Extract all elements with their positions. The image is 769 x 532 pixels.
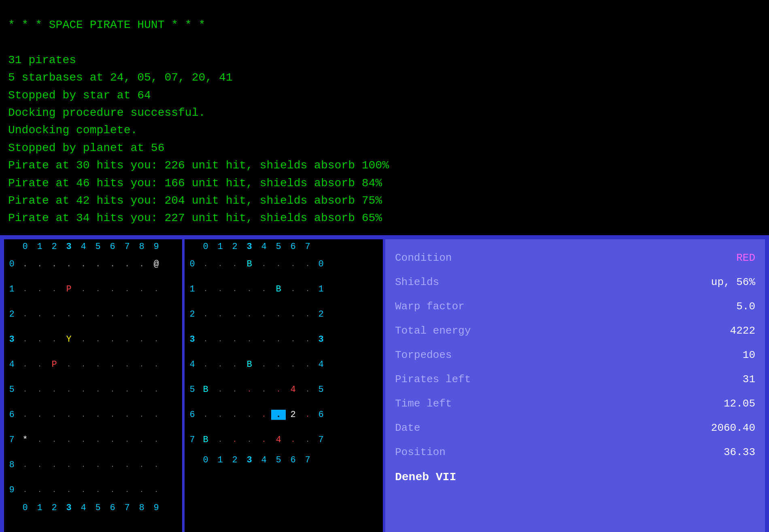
lg-r5c1: .	[32, 386, 47, 394]
lg-r0c3: .	[62, 258, 76, 270]
lg-r0c6: .	[105, 258, 120, 270]
rg-r6c3: .	[242, 411, 257, 419]
lgbc3: 3	[62, 503, 76, 513]
lg-r8c2: .	[47, 462, 62, 469]
lg-row8-label: 8	[6, 460, 18, 470]
rgbc7: 7	[300, 455, 315, 465]
rg-row3-label: 3	[186, 334, 198, 345]
lg-r9c3: .	[62, 487, 76, 494]
lg-r6c8: .	[134, 411, 149, 419]
lg-r5c0: .	[18, 386, 32, 394]
rg-r4c6: .	[286, 361, 300, 368]
lgc0: 0	[18, 242, 32, 252]
lg-r2c5: .	[91, 311, 105, 318]
rgbc3: 3	[242, 455, 257, 465]
rg-r3c7: .	[300, 336, 315, 343]
lg-row2-label: 2	[6, 309, 18, 319]
rg-r5c5-dot: .	[271, 386, 286, 394]
lgc4: 4	[76, 242, 91, 252]
rg-row4-rlabel: 4	[315, 360, 327, 370]
lg-r4c6: .	[105, 361, 120, 368]
lg-r7c4: .	[76, 436, 91, 444]
lg-r3c4: .	[76, 336, 91, 343]
lg-r3c5: .	[91, 336, 105, 343]
pirates-value: 31	[743, 369, 755, 390]
rg-r1c3: .	[242, 286, 257, 293]
lg-r4c9: .	[149, 361, 164, 368]
lg-r1c8: .	[134, 286, 149, 293]
rg-r7c5-4: 4	[271, 435, 286, 445]
rg-r1c6: .	[286, 286, 300, 293]
log-line-8: Pirate at 42 hits you: 204 unit hit, shi…	[8, 192, 761, 209]
rg-r0c7: .	[300, 261, 315, 268]
rg-row5-label: 5	[186, 385, 198, 395]
rg-row1-label: 1	[186, 284, 198, 294]
lgbc1: 1	[32, 503, 47, 513]
rg-r2c7: .	[300, 311, 315, 318]
log-line-2: Stopped by star at 64	[8, 87, 761, 104]
lg-r7c3: .	[62, 436, 76, 444]
rg-r1c0: .	[198, 286, 213, 293]
rgc3: 3	[242, 242, 257, 252]
rg-row3-rlabel: 3	[315, 334, 327, 345]
lg-r0c0: .	[18, 258, 32, 270]
rg-r2c3: .	[242, 311, 257, 318]
lg-r1c1: .	[32, 286, 47, 293]
rgc1: 1	[213, 242, 227, 252]
lg-r5c8: .	[134, 386, 149, 394]
lgbc5: 5	[91, 503, 105, 513]
lgbc4: 4	[76, 503, 91, 513]
lg-r6c1: .	[32, 411, 47, 419]
lg-r3c8: .	[134, 336, 149, 343]
lg-r1c2: .	[47, 286, 62, 293]
bottom-section: 0 1 2 3 4 5 6 7 8 9 0 . . . . . . . . . …	[0, 235, 769, 532]
game-log: * * * SPACE PIRATE HUNT * * * 31 pirates…	[0, 0, 769, 235]
rg-r6c1: .	[213, 411, 227, 419]
lg-r9c7: .	[120, 487, 134, 494]
rg-r7c4-dot: .	[257, 436, 271, 444]
rg-r2c2: .	[227, 311, 242, 318]
lg-r8c0: .	[18, 462, 32, 469]
rg-r6c5-player: .	[271, 410, 286, 420]
lgbc9: 9	[149, 503, 164, 513]
rg-r0c5: .	[271, 261, 286, 268]
rg-row0-label: 0	[186, 259, 198, 269]
log-line-6: Pirate at 30 hits you: 226 unit hit, shi…	[8, 157, 761, 174]
lgc2: 2	[47, 242, 62, 252]
rg-r0c1: .	[213, 261, 227, 268]
lg-r2c8: .	[134, 311, 149, 318]
rg-r0c6: .	[286, 261, 300, 268]
rg-r3c0: .	[198, 336, 213, 343]
rg-r4c4: .	[257, 361, 271, 368]
lg-r4c0: .	[18, 361, 32, 368]
lg-r0c1: .	[32, 258, 47, 270]
rg-row4-label: 4	[186, 360, 198, 370]
lgbc7: 7	[120, 503, 134, 513]
log-line-1: 5 starbases at 24, 05, 07, 20, 41	[8, 69, 761, 86]
lg-r3c2: .	[47, 336, 62, 343]
rg-r2c6: .	[286, 311, 300, 318]
rg-r0c0: .	[198, 261, 213, 268]
rg-r5c3-dot: .	[242, 386, 257, 394]
lg-r5c6: .	[105, 386, 120, 394]
lg-r1c9: .	[149, 286, 164, 293]
lg-r2c9: .	[149, 311, 164, 318]
lg-r5c2: .	[47, 386, 62, 394]
lg-r1c6: .	[105, 286, 120, 293]
lg-r7c2: .	[47, 436, 62, 444]
rgbc4: 4	[257, 455, 271, 465]
position-value: 36.33	[724, 442, 755, 463]
lg-r5c3: .	[62, 386, 76, 394]
lg-r8c5: .	[91, 462, 105, 469]
pirates-label: Pirates left	[395, 369, 471, 390]
rg-r7c0-B: B	[198, 435, 213, 445]
lg-row7-label: 7	[6, 435, 18, 445]
rgc7: 7	[300, 242, 315, 252]
rgc2: 2	[227, 242, 242, 252]
rg-r6c0: .	[198, 411, 213, 419]
lg-row5-label: 5	[6, 385, 18, 395]
lgbc6: 6	[105, 503, 120, 513]
warp-value: 5.0	[736, 296, 755, 317]
lg-r6c5: .	[91, 411, 105, 419]
energy-label: Total energy	[395, 320, 471, 341]
